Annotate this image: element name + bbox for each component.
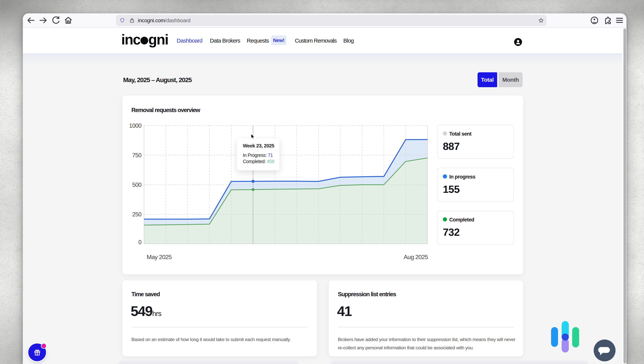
- svg-text:750: 750: [132, 152, 141, 158]
- svg-text:500: 500: [132, 182, 141, 188]
- svg-text:0: 0: [138, 239, 142, 246]
- svg-text:250: 250: [132, 211, 141, 218]
- svg-text:May 2025: May 2025: [147, 254, 172, 260]
- svg-text:1000: 1000: [129, 122, 142, 129]
- svg-text:Aug 2025: Aug 2025: [404, 254, 428, 260]
